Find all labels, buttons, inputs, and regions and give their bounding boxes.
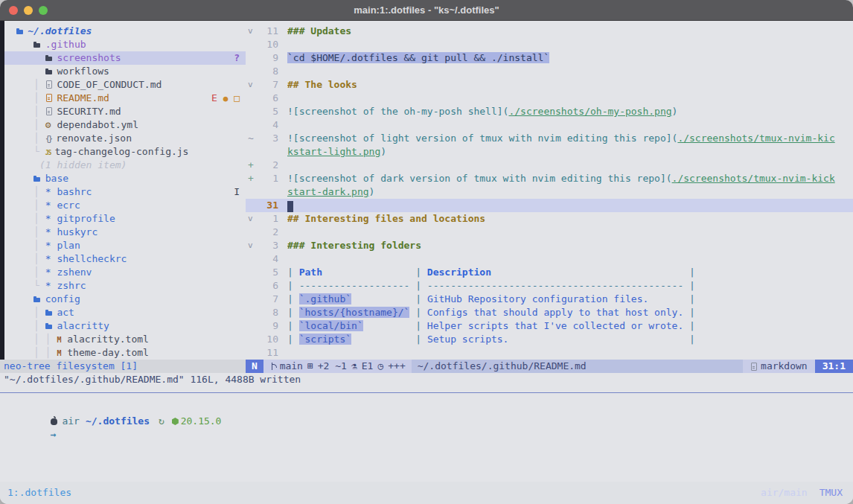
editor-line[interactable]: 8 [246, 65, 853, 78]
mode-indicator: N [246, 360, 263, 373]
tree-item-dotfiles-root[interactable]: ~/.dotfiles [4, 25, 246, 38]
tree-item-gitprofile[interactable]: │ * gitprofile [4, 212, 246, 226]
editor-line[interactable]: 5![screenshot of the oh-my-posh shell](.… [246, 105, 853, 118]
neotree-statusline: neo-tree filesystem [1] [0, 360, 246, 373]
tree-item-ecrc[interactable]: │ * ecrc [4, 199, 246, 212]
editor-line[interactable]: start-dark.png) [246, 185, 853, 199]
shell-prompt: air~/.dotfiles↻20.15.0 [4, 401, 853, 415]
line-text [287, 65, 853, 78]
tree-item-plan[interactable]: │ * plan [4, 239, 246, 252]
editor-line[interactable]: 7| `.github` | GitHub Repository configu… [246, 293, 853, 306]
shell-pane[interactable]: air~/.dotfiles↻20.15.0 → [0, 392, 853, 428]
editor-line[interactable]: kstart-light.png) [246, 145, 853, 159]
tree-item-tag-changelog[interactable]: └ JS tag-changelog-config.js [4, 145, 246, 159]
editor-line[interactable]: 9`cd $HOME/.dotfiles && git pull && ./in… [246, 51, 853, 65]
tree-item-security[interactable]: │ SECURITY.md [4, 105, 246, 118]
tree-item-act[interactable]: │ act [4, 306, 246, 319]
tree-item-workflows[interactable]: workflows [4, 65, 246, 78]
node-version: 20.15.0 [181, 415, 222, 427]
dotfile-icon: * [45, 240, 51, 251]
line-text: ![screenshot of dark version of tmux wit… [287, 172, 853, 185]
tree-item-config[interactable]: config [4, 293, 246, 306]
file-icon [45, 105, 51, 117]
folder-icon [45, 319, 51, 331]
editor-line[interactable]: 31 [246, 199, 853, 212]
tree-hidden-count[interactable]: (1 hidden item) [4, 159, 246, 172]
line-text: ### Interesting folders [287, 239, 853, 252]
cursor-mark: I [234, 186, 240, 197]
fold-marker: v [246, 212, 256, 226]
tree-item-renovate[interactable]: │ {} renovate.json [4, 132, 246, 145]
tree-item-zshrc[interactable]: └ * zshrc [4, 279, 246, 293]
line-text: | `scripts` | Setup scripts. | [287, 333, 853, 346]
gutter-marker [246, 279, 256, 293]
editor-line[interactable]: 4 [246, 118, 853, 132]
neotree-rows: ~/.dotfiles .github screenshots? workflo… [4, 25, 246, 360]
gutter-marker [246, 199, 256, 212]
tree-item-screenshots[interactable]: screenshots? [4, 51, 246, 65]
editor-line[interactable]: +2 [246, 159, 853, 172]
line-number: 1 [256, 212, 278, 226]
git-diff-counts: +2 ~1 [318, 360, 347, 373]
line-text: kstart-light.png) [287, 145, 853, 159]
tree-item-code-of-conduct[interactable]: │ CODE_OF_CONDUCT.md [4, 78, 246, 92]
line-number: 4 [256, 118, 278, 132]
editor-line[interactable]: 6 [246, 92, 853, 105]
close-button[interactable] [9, 6, 18, 15]
editor-line[interactable]: 10| `scripts` | Setup scripts. | [246, 333, 853, 346]
file-icon [45, 92, 51, 103]
line-text: | `hosts/{hostname}/` | Configs that sho… [287, 306, 853, 319]
editor-line[interactable]: v3### Interesting folders [246, 239, 853, 252]
diagnostics-count: E1 [362, 360, 374, 373]
editor-line[interactable]: v7## The looks [246, 78, 853, 92]
line-number: 2 [256, 159, 278, 172]
statusline-filepath: ~/.dotfiles/.github/README.md [412, 360, 744, 373]
terminal-window: main:1:.dotfiles - "ks~/.dotfiles" ~/.do… [0, 0, 853, 504]
tree-item-bashrc[interactable]: │ * bashrcI [4, 185, 246, 199]
editor-line[interactable]: 2 [246, 226, 853, 239]
tmux-session-name: air/main [761, 486, 808, 500]
tree-item-zshenv[interactable]: │ * zshenv [4, 266, 246, 279]
editor-line[interactable]: ~3![screenshot of light version of tmux … [246, 132, 853, 145]
editor-line[interactable]: +1![screenshot of dark version of tmux w… [246, 172, 853, 185]
gutter-marker [246, 252, 256, 266]
editor-line[interactable]: 6| ------------------- | ---------------… [246, 279, 853, 293]
minimize-button[interactable] [24, 6, 33, 15]
fullscreen-button[interactable] [39, 6, 48, 15]
editor-line[interactable]: 9| `local/bin` | Helper scripts that I'v… [246, 319, 853, 333]
line-text [287, 252, 853, 266]
editor-line[interactable]: v11### Updates [246, 25, 853, 38]
diagnostics-icon: ⚗ [351, 360, 357, 373]
fold-marker: v [246, 78, 256, 92]
editor-line[interactable]: 8| `hosts/{hostname}/` | Configs that sh… [246, 306, 853, 319]
gutter-marker [246, 266, 256, 279]
tmux-window-name[interactable]: 1:.dotfiles [7, 486, 71, 500]
tree-item-base[interactable]: base [4, 172, 246, 185]
prompt-host: air [62, 415, 79, 427]
tree-item-alacritty[interactable]: │ alacritty [4, 319, 246, 333]
line-text: ### Updates [287, 25, 853, 38]
tree-item-dependabot[interactable]: │ ⚙ dependabot.yml [4, 118, 246, 132]
line-text: `cd $HOME/.dotfiles && git pull && ./ins… [287, 51, 853, 65]
editor-line[interactable]: 10 [246, 38, 853, 51]
editor-line[interactable]: 5| Path | Description | [246, 266, 853, 279]
tree-item-huskyrc[interactable]: │ * huskyrc [4, 226, 246, 239]
tree-item-readme[interactable]: │ README.mdE ● □ [4, 92, 246, 105]
terminal-content: ~/.dotfiles .github screenshots? workflo… [0, 21, 853, 504]
line-number: 6 [256, 92, 278, 105]
lualine-statusline: N main⊞+2 ~1⚗E1◷+++ ~/.dotfiles/.github/… [246, 360, 853, 373]
titlebar[interactable]: main:1:.dotfiles - "ks~/.dotfiles" [0, 0, 853, 21]
gutter-marker [246, 92, 256, 105]
tree-item-shellcheckrc[interactable]: │ * shellcheckrc [4, 252, 246, 266]
tree-item-alacritty-toml[interactable]: │ │ M alacritty.toml [4, 333, 246, 346]
editor-pane[interactable]: v11### Updates109`cd $HOME/.dotfiles && … [246, 21, 853, 360]
line-number: 1 [256, 172, 278, 185]
nodejs-icon [172, 415, 178, 427]
tree-item-github[interactable]: .github [4, 38, 246, 51]
editor-line[interactable]: 11 [246, 346, 853, 360]
editor-line[interactable]: 4 [246, 252, 853, 266]
editor-line[interactable]: v1## Interesting files and locations [246, 212, 853, 226]
tree-item-theme-day-toml[interactable]: │ │ M theme-day.toml [4, 346, 246, 360]
gutter-marker [246, 105, 256, 118]
prompt-path: ~/.dotfiles [86, 415, 150, 427]
